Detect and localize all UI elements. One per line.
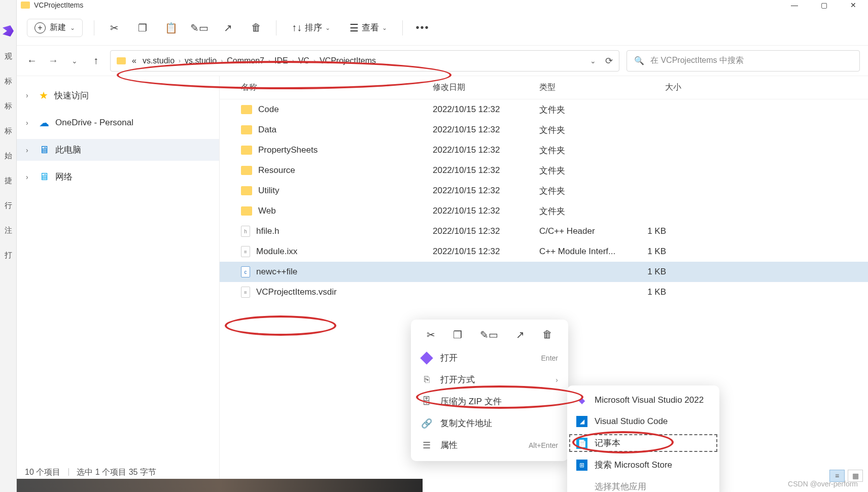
file-date: 2022/10/15 12:32 — [433, 247, 539, 257]
sort-dropdown[interactable]: ↑↓ 排序 ⌄ — [288, 20, 334, 36]
title-bar[interactable]: VCProjectItems — ▢ ✕ — [17, 0, 868, 10]
item-count: 10 个项目 — [25, 467, 60, 478]
strip-item: 捷 — [5, 176, 12, 186]
breadcrumb-item[interactable]: vs.studio — [183, 56, 219, 65]
submenu-vs2022[interactable]: ◆ Microsoft Visual Studio 2022 — [567, 390, 719, 411]
context-properties[interactable]: ☰ 属性 Alt+Enter — [411, 434, 568, 456]
maximize-button[interactable]: ▢ — [809, 0, 839, 10]
column-date[interactable]: 修改日期 — [433, 82, 539, 93]
nav-network[interactable]: › 🖥 网络 — [17, 166, 219, 188]
expand-icon[interactable]: › — [26, 146, 33, 154]
strip-item: 标 — [5, 126, 12, 136]
folder-icon — [241, 206, 252, 216]
file-name: Resource — [258, 165, 295, 175]
minimize-button[interactable]: — — [780, 0, 809, 10]
column-type[interactable]: 类型 — [539, 82, 631, 93]
breadcrumb-item[interactable]: VCProjectItems — [318, 56, 378, 65]
breadcrumb-item[interactable]: VC — [296, 56, 311, 65]
open-with-icon: ⎘ — [421, 374, 432, 385]
context-open-with[interactable]: ⎘ 打开方式 › — [411, 369, 568, 391]
share-icon[interactable]: ↗ — [516, 329, 525, 341]
rename-icon[interactable]: ✎▭ — [191, 19, 208, 37]
view-icon: ☰ — [350, 22, 359, 34]
file-row[interactable]: Code2022/10/15 12:32文件夹 — [220, 99, 868, 120]
open-with-label: 打开方式 — [440, 374, 475, 385]
forward-button[interactable]: → — [46, 55, 60, 66]
back-button[interactable]: ← — [25, 55, 39, 66]
chevron-right-icon: › — [179, 57, 181, 64]
share-icon[interactable]: ↗ — [219, 19, 236, 37]
column-size[interactable]: 大小 — [631, 82, 681, 93]
file-type: 文件夹 — [539, 165, 631, 177]
copy-icon[interactable]: ❐ — [453, 329, 462, 341]
file-size: 1 KB — [631, 247, 681, 257]
copy-icon[interactable]: ❐ — [134, 19, 151, 37]
refresh-button[interactable]: ⟳ — [605, 55, 613, 66]
search-input[interactable]: 🔍 在 VCProjectItems 中搜索 — [627, 50, 860, 72]
vs2022-icon: ◆ — [576, 395, 587, 406]
file-row[interactable]: ≡VCProjectItems.vsdir1 KB — [220, 282, 868, 302]
submenu-msstore[interactable]: ⊞ 搜索 Microsoft Store — [567, 454, 719, 476]
breadcrumb-item[interactable]: IDE — [272, 56, 290, 65]
file-date: 2022/10/15 12:32 — [433, 206, 539, 216]
file-row[interactable]: Utility2022/10/15 12:32文件夹 — [220, 181, 868, 201]
cut-icon[interactable]: ✂ — [106, 19, 123, 37]
rename-icon[interactable]: ✎▭ — [480, 329, 498, 341]
folder-icon — [241, 105, 252, 114]
chevron-down-icon: ⌄ — [325, 24, 330, 31]
chevron-right-icon: › — [268, 57, 270, 64]
file-name: newc++file — [256, 267, 297, 277]
nav-this-pc[interactable]: › 🖥 此电脑 — [17, 139, 219, 161]
shortcut: Enter — [541, 354, 558, 362]
view-dropdown[interactable]: ☰ 查看 ⌄ — [345, 20, 391, 36]
monitor-icon: 🖥 — [39, 144, 49, 156]
context-copy-path[interactable]: 🔗 复制文件地址 — [411, 412, 568, 434]
path-dropdown[interactable]: ⌄ — [590, 57, 596, 65]
app-label: Microsoft Visual Studio 2022 — [595, 395, 704, 405]
nav-onedrive[interactable]: › ☁ OneDrive - Personal — [17, 112, 219, 134]
file-row[interactable]: ≡Module.ixx2022/10/15 12:32C++ Module In… — [220, 241, 868, 262]
file-type: 文件夹 — [539, 145, 631, 156]
submenu-vscode[interactable]: ◢ Visual Studio Code — [567, 411, 719, 432]
submenu-choose-other[interactable]: 选择其他应用 — [567, 476, 719, 492]
close-button[interactable]: ✕ — [839, 0, 868, 10]
breadcrumb-item[interactable]: vs.studio — [141, 56, 177, 65]
strip-item: 标 — [5, 101, 12, 111]
folder-icon — [241, 166, 252, 175]
file-row[interactable]: cnewc++file1 KB — [220, 262, 868, 282]
copy-path-label: 复制文件地址 — [440, 417, 492, 429]
context-compress[interactable]: 🗄 压缩为 ZIP 文件 — [411, 391, 568, 412]
delete-icon[interactable]: 🗑 — [542, 329, 552, 341]
nav-quick-access[interactable]: › ★ 快速访问 — [17, 84, 219, 107]
overflow-chevron[interactable]: « — [130, 56, 138, 65]
expand-icon[interactable]: › — [26, 119, 33, 127]
cut-icon[interactable]: ✂ — [427, 329, 435, 341]
context-open[interactable]: 打开 Enter — [411, 347, 568, 369]
file-row[interactable]: Web2022/10/15 12:32文件夹 — [220, 201, 868, 221]
file-date: 2022/10/15 12:32 — [433, 104, 539, 115]
file-row[interactable]: hhfile.h2022/10/15 12:32C/C++ Header1 KB — [220, 221, 868, 241]
file-date: 2022/10/15 12:32 — [433, 186, 539, 196]
chevron-right-icon: › — [292, 57, 294, 64]
nav-label: 快速访问 — [54, 90, 89, 101]
new-button[interactable]: + 新建 ⌄ — [27, 19, 83, 37]
watermark: CSDN @over-perform — [788, 480, 858, 488]
file-date: 2022/10/15 12:32 — [433, 165, 539, 175]
delete-icon[interactable]: 🗑 — [248, 19, 265, 37]
file-row[interactable]: PropertySheets2022/10/15 12:32文件夹 — [220, 140, 868, 160]
properties-label: 属性 — [440, 439, 458, 451]
expand-icon[interactable]: › — [26, 173, 33, 181]
search-placeholder: 在 VCProjectItems 中搜索 — [650, 55, 744, 66]
strip-item: 打 — [5, 251, 12, 260]
submenu-notepad[interactable]: 📄 记事本 — [567, 432, 719, 454]
breadcrumb-item[interactable]: Common7 — [225, 56, 266, 65]
up-button[interactable]: ↑ — [89, 55, 103, 66]
recent-chevron[interactable]: ⌄ — [67, 57, 82, 65]
column-name[interactable]: 名称 — [230, 82, 433, 93]
address-bar[interactable]: « vs.studio › vs.studio › Common7 › IDE … — [110, 50, 619, 72]
more-button[interactable]: ••• — [414, 19, 431, 37]
file-row[interactable]: Data2022/10/15 12:32文件夹 — [220, 120, 868, 140]
expand-icon[interactable]: › — [26, 91, 33, 99]
file-row[interactable]: Resource2022/10/15 12:32文件夹 — [220, 160, 868, 181]
paste-icon[interactable]: 📋 — [162, 19, 180, 37]
